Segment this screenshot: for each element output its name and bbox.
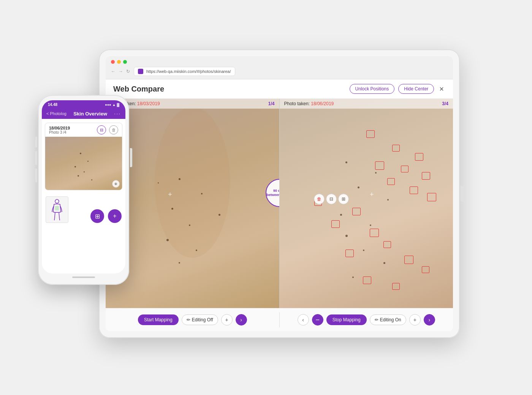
svg-point-1 bbox=[55, 199, 59, 203]
marker-13 bbox=[370, 229, 379, 237]
add-right-button[interactable]: + bbox=[409, 314, 421, 325]
svg-point-0 bbox=[155, 107, 230, 258]
marker-17 bbox=[422, 266, 429, 273]
tablet: ← → ↻ https://web-qa.miiskin.com/#/photo… bbox=[99, 49, 460, 338]
phone-card-header: 18/06/2019 Photo 3 /4 ⊟ 🗑 bbox=[45, 123, 122, 137]
right-photo-bg: + 🗑 ⊟ ⊞ bbox=[280, 99, 453, 308]
phone-bottom: ⊞ + bbox=[42, 194, 125, 273]
days-bubble-text: 90 days between photos bbox=[266, 189, 280, 197]
phone-preview-inner: ⊕ bbox=[45, 137, 122, 190]
stop-mapping-button[interactable]: Stop Mapping bbox=[326, 314, 367, 325]
zoom-out-marker[interactable]: ⊟ bbox=[326, 194, 337, 204]
marker-3 bbox=[415, 153, 423, 161]
body-outline-svg bbox=[49, 198, 65, 221]
phone-nav-bar: < Photolog Skin Overview ··· bbox=[42, 108, 125, 119]
unlock-positions-button[interactable]: Unlock Positions bbox=[350, 84, 395, 94]
marker-4 bbox=[375, 161, 384, 170]
phone-add-button[interactable]: + bbox=[108, 209, 122, 223]
browser-dot-green[interactable] bbox=[123, 60, 127, 64]
right-photo-date: 18/06/2019 bbox=[311, 101, 334, 106]
left-photo-count: 1/4 bbox=[268, 101, 275, 106]
svg-rect-2 bbox=[55, 206, 59, 210]
phone-screen: 14.48 ●●● ▲ ▓ < Photolog Skin Overview ·… bbox=[42, 100, 125, 273]
browser-chrome: ← → ↻ https://web-qa.miiskin.com/#/photo… bbox=[106, 56, 453, 79]
phone-nav-title: Skin Overview bbox=[73, 111, 107, 117]
marker-14 bbox=[383, 241, 391, 248]
browser-url: https://web-qa.miiskin.com/#/photos/skin… bbox=[146, 69, 231, 74]
editing-off-button[interactable]: ✏ Editing Off bbox=[182, 314, 218, 325]
phone-body-thumbnail[interactable] bbox=[46, 196, 68, 223]
marker-18 bbox=[363, 276, 371, 284]
zoom-in-marker[interactable]: ⊞ bbox=[338, 194, 349, 204]
next-right-button[interactable]: › bbox=[424, 314, 435, 325]
left-date-bar: Photo taken: 18/03/2019 1/4 bbox=[106, 99, 279, 109]
left-crosshair: + bbox=[168, 191, 172, 199]
zoom-minus-button[interactable]: − bbox=[312, 314, 323, 325]
phone-menu-dots[interactable]: ··· bbox=[114, 111, 121, 117]
marker-16 bbox=[404, 256, 413, 264]
right-toolbar: ‹ − Stop Mapping ✏ Editing On + › bbox=[283, 314, 450, 325]
add-left-button[interactable]: + bbox=[221, 314, 233, 325]
left-photo-panel: Photo taken: 18/03/2019 1/4 bbox=[106, 99, 280, 308]
right-photo-count: 3/4 bbox=[442, 101, 448, 106]
marker-19 bbox=[392, 283, 400, 290]
browser-nav: ← → ↻ bbox=[111, 69, 130, 74]
right-crosshair: + bbox=[370, 191, 374, 199]
prev-right-button[interactable]: ‹ bbox=[298, 314, 309, 325]
delete-marker-button[interactable]: 🗑 bbox=[314, 194, 325, 204]
phone-vol-down-button bbox=[35, 169, 37, 182]
phone-time: 14.48 bbox=[48, 103, 57, 107]
phone: 14.48 ●●● ▲ ▓ < Photolog Skin Overview ·… bbox=[38, 95, 129, 285]
browser-dot-red[interactable] bbox=[111, 60, 115, 64]
phone-delete-icon[interactable]: 🗑 bbox=[109, 125, 118, 134]
miiskin-favicon bbox=[138, 69, 143, 74]
browser-address-bar[interactable]: https://web-qa.miiskin.com/#/photos/skin… bbox=[134, 67, 235, 76]
header-buttons: Unlock Positions Hide Center × bbox=[350, 84, 445, 94]
phone-status-bar: 14.48 ●●● ▲ ▓ bbox=[42, 100, 125, 108]
battery-icon: ▓ bbox=[117, 103, 119, 107]
phone-home-bar[interactable] bbox=[72, 276, 95, 278]
app-content: Web Compare Unlock Positions Hide Center… bbox=[106, 79, 453, 331]
right-photo-label: Photo taken: bbox=[284, 101, 310, 106]
marker-5 bbox=[401, 166, 408, 172]
marker-15 bbox=[345, 250, 354, 257]
edit-icon: ✏ bbox=[187, 317, 190, 322]
phone-card-icons: ⊟ 🗑 bbox=[97, 125, 118, 134]
phone-photo-card: 18/06/2019 Photo 3 /4 ⊟ 🗑 bbox=[45, 123, 122, 190]
tablet-side-button bbox=[461, 186, 464, 201]
left-photo-date: 18/03/2019 bbox=[137, 101, 160, 106]
back-arrow[interactable]: ← bbox=[111, 69, 116, 74]
page-title: Web Compare bbox=[113, 85, 164, 93]
close-button[interactable]: × bbox=[438, 85, 445, 93]
phone-power-button bbox=[130, 148, 132, 167]
toolbar-divider bbox=[279, 312, 280, 327]
phone-vol-up-button bbox=[35, 151, 37, 165]
edit-on-icon: ✏ bbox=[375, 317, 378, 322]
marker-8 bbox=[410, 186, 418, 194]
right-date-bar: Photo taken: 18/06/2019 3/4 bbox=[280, 99, 453, 109]
next-left-button[interactable]: › bbox=[236, 314, 247, 325]
marker-9 bbox=[427, 193, 436, 201]
start-mapping-button[interactable]: Start Mapping bbox=[138, 314, 179, 325]
reload-icon[interactable]: ↻ bbox=[126, 69, 130, 74]
marker-11 bbox=[352, 208, 361, 215]
marker-2 bbox=[392, 145, 400, 152]
forward-arrow[interactable]: → bbox=[119, 69, 123, 74]
app-header: Web Compare Unlock Positions Hide Center… bbox=[106, 79, 453, 99]
photo-controls: 🗑 ⊟ ⊞ bbox=[314, 194, 349, 204]
signal-icon: ●●● bbox=[105, 103, 111, 107]
phone-zoom-indicator[interactable]: ⊕ bbox=[112, 180, 120, 188]
left-toolbar: Start Mapping ✏ Editing Off + › bbox=[109, 314, 276, 325]
browser-dot-yellow[interactable] bbox=[117, 60, 121, 64]
phone-back-button[interactable]: < Photolog bbox=[46, 111, 66, 116]
marker-1 bbox=[366, 130, 375, 138]
left-photo-bg: + 90 days between photos bbox=[106, 99, 279, 308]
phone-compare-button[interactable]: ⊞ bbox=[90, 209, 104, 223]
phone-status-icons: ●●● ▲ ▓ bbox=[105, 103, 119, 107]
marker-12 bbox=[331, 220, 340, 228]
phone-card-date: 18/06/2019 bbox=[49, 126, 70, 130]
marker-6 bbox=[422, 172, 430, 180]
editing-on-button[interactable]: ✏ Editing On bbox=[370, 314, 406, 325]
phone-edit-icon[interactable]: ⊟ bbox=[97, 125, 106, 134]
hide-center-button[interactable]: Hide Center bbox=[398, 84, 434, 94]
